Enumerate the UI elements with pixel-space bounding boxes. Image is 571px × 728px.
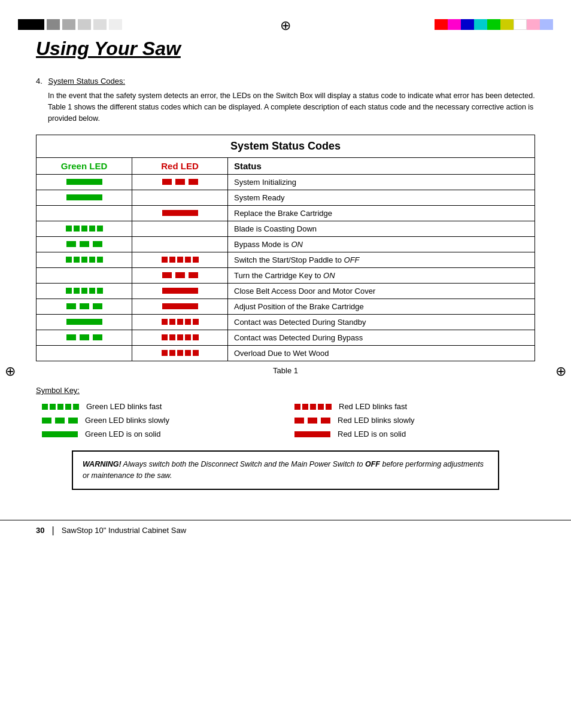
table-row: Overload Due to Wet Wood	[37, 346, 535, 361]
symbol-key-item: Red LED blinks fast	[294, 402, 535, 411]
green-led-cell	[37, 330, 132, 346]
table-row: Replace the Brake Cartridge	[37, 206, 535, 221]
green-led-cell	[37, 190, 132, 206]
symbol-key-label: Red LED blinks fast	[339, 402, 407, 411]
red-led-cell	[132, 175, 228, 190]
symbol-key-item: Green LED blinks slowly	[42, 416, 283, 425]
red-led-cell	[132, 330, 228, 346]
symbol-key-label: Red LED is on solid	[338, 430, 406, 438]
status-cell: Replace the Brake Cartridge	[228, 206, 535, 221]
table-row: Contact was Detected During Bypass	[37, 330, 535, 346]
footer-separator: |	[51, 525, 54, 536]
red-led-cell	[132, 299, 228, 315]
symbol-key-item: Green LED blinks fast	[42, 402, 283, 411]
green-led-cell	[37, 268, 132, 284]
status-cell: Contact was Detected During Bypass	[228, 330, 535, 346]
status-cell: Adjust Position of the Brake Cartridge	[228, 299, 535, 315]
page-footer: 30 | SawStop 10" Industrial Cabinet Saw	[0, 520, 571, 541]
status-cell: System Initializing	[228, 175, 535, 190]
page-title: Using Your Saw	[36, 38, 535, 60]
symbol-key-heading: Symbol Key:	[36, 386, 535, 395]
symbol-key-grid: Green LED blinks fastRed LED blinks fast…	[36, 402, 535, 438]
table-caption: Table 1	[36, 366, 535, 375]
table-row: Turn the Cartridge Key to ON	[37, 268, 535, 284]
section-heading: 4. System Status Codes:	[36, 77, 535, 86]
symbol-key-item: Red LED blinks slowly	[294, 416, 535, 425]
green-led-cell	[37, 221, 132, 237]
table-row: Switch the Start/Stop Paddle to OFF	[37, 252, 535, 268]
symbol-key-label: Green LED blinks fast	[86, 402, 162, 411]
left-registration-mark: ⊕	[5, 364, 16, 379]
warning-text: Always switch both the Disconnect Switch…	[83, 460, 484, 480]
status-cell: Bypass Mode is ON	[228, 237, 535, 252]
table-row: System Initializing	[37, 175, 535, 190]
page-number: 30	[36, 526, 44, 535]
red-led-cell	[132, 206, 228, 221]
table-row: Close Belt Access Door and Motor Cover	[37, 284, 535, 299]
warning-box: WARNING! Always switch both the Disconne…	[72, 450, 499, 490]
green-led-cell	[37, 299, 132, 315]
status-cell: Switch the Start/Stop Paddle to OFF	[228, 252, 535, 268]
red-led-cell	[132, 252, 228, 268]
table-title: System Status Codes	[37, 135, 535, 158]
status-cell: Close Belt Access Door and Motor Cover	[228, 284, 535, 299]
red-led-cell	[132, 268, 228, 284]
symbol-key-label: Red LED blinks slowly	[338, 416, 415, 425]
red-led-cell	[132, 284, 228, 299]
status-cell: System Ready	[228, 190, 535, 206]
green-led-cell	[37, 315, 132, 330]
section-desc: In the event that the safety system dete…	[36, 90, 535, 124]
red-led-cell	[132, 315, 228, 330]
table-row: Blade is Coasting Down	[37, 221, 535, 237]
top-registration-mark: ⊕	[280, 18, 291, 33]
symbol-key-item: Green LED is on solid	[42, 430, 283, 438]
green-led-cell	[37, 252, 132, 268]
green-led-cell	[37, 284, 132, 299]
status-cell: Blade is Coasting Down	[228, 221, 535, 237]
table-row: Contact was Detected During Standby	[37, 315, 535, 330]
symbol-key-label: Green LED is on solid	[85, 430, 160, 438]
table-row: Adjust Position of the Brake Cartridge	[37, 299, 535, 315]
red-led-cell	[132, 237, 228, 252]
green-led-cell	[37, 206, 132, 221]
green-led-cell	[37, 346, 132, 361]
symbol-key-label: Green LED blinks slowly	[85, 416, 169, 425]
green-led-cell	[37, 175, 132, 190]
status-cell: Turn the Cartridge Key to ON	[228, 268, 535, 284]
col-header-red: Red LED	[132, 158, 228, 175]
table-row: System Ready	[37, 190, 535, 206]
green-led-cell	[37, 237, 132, 252]
red-led-cell	[132, 346, 228, 361]
status-cell: Overload Due to Wet Wood	[228, 346, 535, 361]
footer-title: SawStop 10" Industrial Cabinet Saw	[62, 526, 186, 535]
status-codes-table: System Status Codes Green LED Red LED St…	[36, 135, 535, 361]
warning-bold: WARNING!	[83, 460, 122, 468]
symbol-key-item: Red LED is on solid	[294, 430, 535, 438]
right-registration-mark: ⊕	[555, 364, 566, 379]
red-led-cell	[132, 190, 228, 206]
col-header-green: Green LED	[37, 158, 132, 175]
col-header-status: Status	[228, 158, 535, 175]
red-led-cell	[132, 221, 228, 237]
status-cell: Contact was Detected During Standby	[228, 315, 535, 330]
table-row: Bypass Mode is ON	[37, 237, 535, 252]
